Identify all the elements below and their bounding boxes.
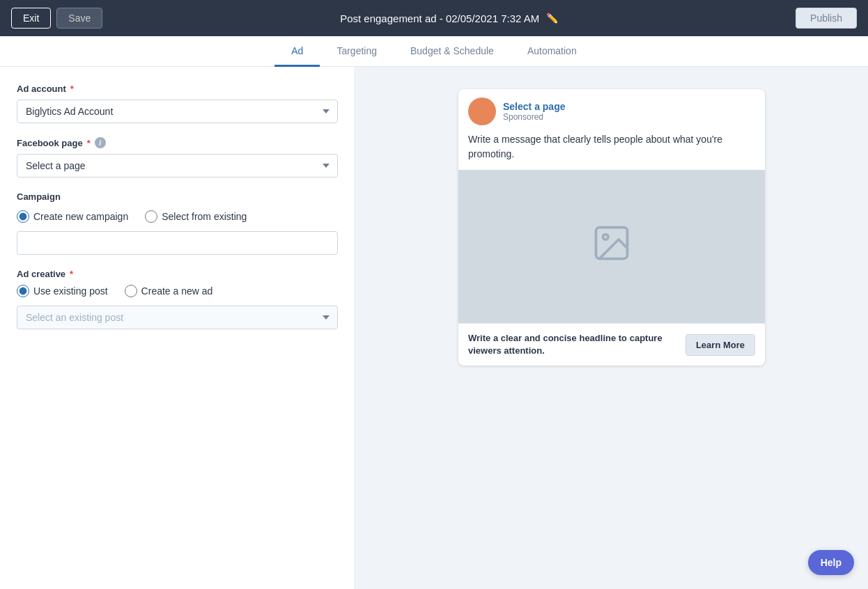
save-button[interactable]: Save	[56, 8, 102, 29]
exit-button[interactable]: Exit	[11, 8, 51, 29]
right-panel: Select a page Sponsored Write a message …	[355, 67, 868, 589]
header-center: Post engagement ad - 02/05/2021 7:32 AM …	[340, 13, 558, 24]
campaign-create-new-option[interactable]: Create new campaign	[17, 210, 128, 223]
campaign-group: Campaign Create new campaign Select from…	[17, 191, 338, 255]
info-icon[interactable]: i	[95, 137, 106, 148]
facebook-page-label: Facebook page * i	[17, 137, 338, 148]
tab-automation[interactable]: Automation	[511, 37, 594, 67]
learn-more-button[interactable]: Learn More	[685, 334, 755, 356]
campaign-label: Campaign	[17, 191, 338, 202]
svg-point-1	[603, 234, 609, 239]
header: Exit Save Post engagement ad - 02/05/202…	[0, 0, 868, 36]
ad-account-label: Ad account *	[17, 84, 338, 94]
campaign-select-existing-option[interactable]: Select from existing	[145, 210, 247, 223]
facebook-page-group: Facebook page * i Select a page	[17, 137, 338, 178]
required-marker-page: *	[87, 138, 91, 148]
ad-page-info: Select a page Sponsored	[503, 101, 566, 122]
ad-creative-group: Ad creative * Use existing post Create a…	[17, 269, 338, 329]
required-marker: *	[70, 84, 74, 94]
ad-creative-radio-group: Use existing post Create a new ad	[17, 285, 338, 297]
ad-image-placeholder	[458, 170, 765, 323]
campaign-create-new-label: Create new campaign	[33, 211, 128, 222]
ad-sponsored-label: Sponsored	[503, 112, 566, 122]
campaign-name-input[interactable]: Post engagement ad - 02/05/2021 7:32 AM	[17, 231, 338, 255]
ad-account-select[interactable]: Biglytics Ad Account	[17, 100, 338, 123]
tab-budget-schedule[interactable]: Budget & Schedule	[394, 37, 511, 67]
ad-cta-bar: Write a clear and concise headline to ca…	[458, 323, 765, 366]
create-new-ad-option[interactable]: Create a new ad	[125, 285, 213, 297]
create-new-ad-label: Create a new ad	[141, 285, 213, 297]
existing-post-select[interactable]: Select an existing post	[17, 306, 338, 329]
existing-post-select-wrapper: Select an existing post	[17, 306, 338, 329]
edit-icon[interactable]: ✏️	[546, 13, 558, 24]
facebook-page-select[interactable]: Select a page	[17, 154, 338, 178]
nav-tabs: Ad Targeting Budget & Schedule Automatio…	[0, 36, 868, 67]
ad-preview-card: Select a page Sponsored Write a message …	[458, 89, 765, 366]
ad-account-group: Ad account * Biglytics Ad Account	[17, 84, 338, 123]
header-right: Publish	[796, 8, 857, 29]
publish-button[interactable]: Publish	[796, 8, 857, 29]
tab-targeting[interactable]: Targeting	[320, 37, 394, 67]
ad-creative-label: Ad creative *	[17, 269, 338, 279]
ad-preview-header: Select a page Sponsored	[458, 89, 765, 132]
use-existing-post-option[interactable]: Use existing post	[17, 285, 108, 297]
ad-account-select-wrapper: Biglytics Ad Account	[17, 100, 338, 123]
ad-headline: Write a clear and concise headline to ca…	[468, 332, 685, 357]
use-existing-post-label: Use existing post	[33, 285, 108, 297]
avatar	[468, 97, 496, 125]
tab-ad[interactable]: Ad	[274, 37, 320, 67]
campaign-radio-group: Create new campaign Select from existing	[17, 210, 338, 223]
header-left: Exit Save	[11, 8, 102, 29]
campaign-select-existing-label: Select from existing	[162, 211, 247, 222]
ad-body-text: Write a message that clearly tells peopl…	[458, 132, 765, 170]
required-marker-creative: *	[70, 269, 73, 279]
facebook-page-select-wrapper: Select a page	[17, 154, 338, 178]
left-panel: Ad account * Biglytics Ad Account Facebo…	[0, 67, 355, 589]
campaign-create-new-radio[interactable]	[17, 210, 29, 223]
image-icon	[591, 222, 633, 272]
campaign-select-existing-radio[interactable]	[145, 210, 157, 223]
ad-page-name[interactable]: Select a page	[503, 101, 566, 112]
use-existing-post-radio[interactable]	[17, 285, 29, 297]
page-title: Post engagement ad - 02/05/2021 7:32 AM	[340, 13, 539, 24]
create-new-ad-radio[interactable]	[125, 285, 137, 297]
main-container: Ad account * Biglytics Ad Account Facebo…	[0, 67, 868, 589]
help-button[interactable]: Help	[808, 550, 854, 575]
